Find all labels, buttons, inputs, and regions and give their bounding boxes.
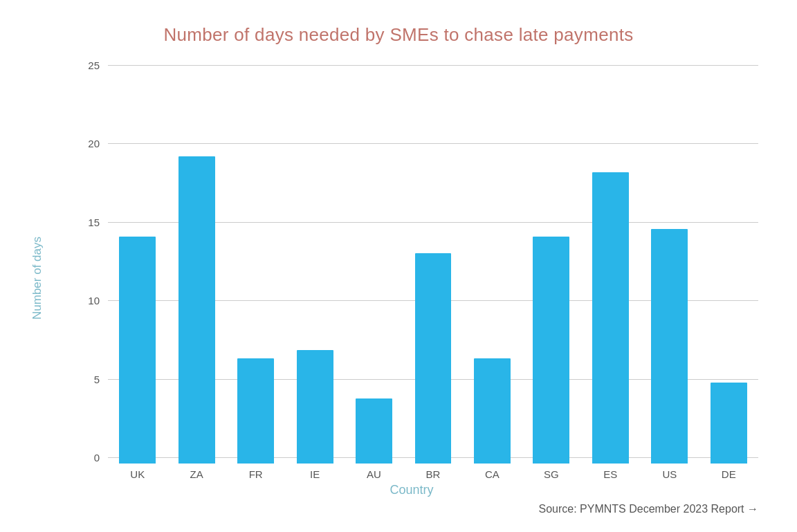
bar [711,383,747,464]
y-tick-label: 0 [79,452,100,464]
chart-container: Number of days needed by SMEs to chase l… [18,17,779,515]
x-tick-label: AU [345,464,403,480]
bar-group [522,59,580,464]
x-tick-label: UK [108,464,167,480]
grid-and-bars: 2520151050 [44,59,758,464]
bar-group [285,59,344,464]
bar-group [167,59,226,464]
bar-group [226,59,285,464]
bar-group [108,59,167,464]
x-tick-label: US [640,464,699,480]
y-tick-label: 10 [79,295,100,306]
bar-group [463,59,522,464]
y-tick-label: 5 [79,374,100,385]
bar [474,358,511,464]
x-tick-label: CA [463,464,522,480]
x-axis-labels: UKZAFRIEAUBRCASGESUSDE [108,464,758,480]
bar [356,398,392,463]
y-axis-label: Number of days [25,59,44,497]
source-citation: Source: PYMNTS December 2023 Report → [18,503,779,515]
y-tick-label: 15 [79,217,100,228]
bar [415,253,452,464]
bar [297,350,333,464]
x-tick-label: FR [226,464,285,480]
chart-title: Number of days needed by SMEs to chase l… [164,24,634,46]
x-tick-label: DE [699,464,758,480]
bar [592,172,629,463]
bar [533,237,569,463]
y-tick-label: 20 [79,138,100,149]
x-tick-label: BR [403,464,462,480]
x-tick-label: ES [581,464,640,480]
bar-group [699,59,758,464]
y-tick-label: 25 [79,59,100,71]
bar-group [403,59,462,464]
bar-group [640,59,699,464]
chart-area: Number of days 2520151050 UKZAFRIEAUBRCA… [18,59,779,497]
bars-area [108,59,758,464]
x-tick-label: SG [522,464,580,480]
x-axis-title: Country [44,483,779,497]
chart-inner: 2520151050 UKZAFRIEAUBRCASGESUSDE Countr… [44,59,779,497]
bar-group [581,59,640,464]
x-tick-label: ZA [167,464,226,480]
x-tick-label: IE [285,464,344,480]
bar [119,237,156,463]
bar [237,358,274,464]
bar-group [345,59,403,464]
bar [178,156,215,464]
bar [651,229,688,464]
